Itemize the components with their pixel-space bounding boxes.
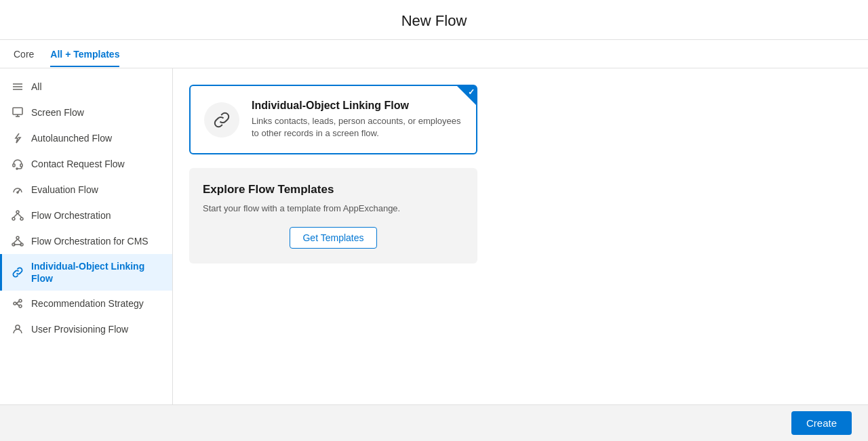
svg-line-19 bbox=[14, 239, 18, 243]
svg-line-20 bbox=[18, 239, 22, 243]
page-header: New Flow bbox=[0, 0, 868, 40]
content-area: ✓ Individual-Object Linking Flow Links c… bbox=[173, 68, 868, 404]
svg-rect-6 bbox=[13, 164, 15, 167]
rec-icon bbox=[11, 297, 24, 310]
svg-point-8 bbox=[16, 168, 18, 169]
explore-templates-card: Explore Flow Templates Start your flow w… bbox=[189, 168, 477, 264]
svg-point-27 bbox=[16, 325, 20, 329]
nodes-icon bbox=[11, 209, 24, 222]
get-templates-button[interactable]: Get Templates bbox=[290, 227, 376, 249]
user-icon bbox=[11, 322, 24, 336]
svg-point-23 bbox=[19, 299, 22, 302]
headset-icon bbox=[11, 157, 24, 171]
svg-point-11 bbox=[16, 211, 19, 213]
nodes-cms-icon bbox=[11, 234, 24, 248]
monitor-icon bbox=[11, 106, 24, 119]
explore-description: Start your flow with a template from App… bbox=[203, 203, 464, 213]
lightning-icon bbox=[11, 131, 24, 145]
sidebar-item-flow-orchestration-label: Flow Orchestration bbox=[31, 209, 111, 222]
sidebar-item-screen-flow[interactable]: Screen Flow bbox=[0, 100, 172, 125]
sidebar-item-flow-orchestration-cms-label: Flow Orchestration for CMS bbox=[31, 235, 149, 247]
sidebar: All Screen Flow Autolaunched Flow bbox=[0, 68, 173, 404]
svg-point-12 bbox=[12, 217, 15, 220]
sidebar-item-evaluation-label: Evaluation Flow bbox=[31, 184, 98, 196]
create-button[interactable]: Create bbox=[791, 411, 852, 435]
sidebar-item-evaluation-flow[interactable]: Evaluation Flow bbox=[0, 177, 172, 203]
dial-icon bbox=[11, 183, 24, 196]
svg-point-10 bbox=[17, 192, 18, 193]
explore-title: Explore Flow Templates bbox=[203, 183, 464, 196]
tab-core[interactable]: Core bbox=[14, 42, 34, 66]
tab-bar: Core All + Templates bbox=[0, 40, 868, 68]
sidebar-item-screen-flow-label: Screen Flow bbox=[31, 106, 84, 119]
sidebar-item-autolaunched-label: Autolaunched Flow bbox=[31, 132, 112, 144]
card-icon-container bbox=[204, 102, 239, 138]
svg-point-22 bbox=[14, 302, 16, 305]
sidebar-item-contact-request-label: Contact Request Flow bbox=[31, 158, 125, 170]
svg-point-16 bbox=[16, 236, 19, 239]
sidebar-item-contact-request-flow[interactable]: Contact Request Flow bbox=[0, 151, 172, 177]
sidebar-item-user-provisioning-flow[interactable]: User Provisioning Flow bbox=[0, 316, 172, 342]
main-layout: All Screen Flow Autolaunched Flow bbox=[0, 68, 868, 404]
sidebar-item-individual-object-linking-flow[interactable]: Individual-Object Linking Flow bbox=[0, 254, 172, 291]
card-description: Links contacts, leads, person accounts, … bbox=[252, 115, 462, 140]
svg-line-14 bbox=[14, 213, 18, 217]
sidebar-item-recommendation-strategy-label: Recommendation Strategy bbox=[31, 297, 144, 310]
footer: Create bbox=[0, 404, 868, 441]
svg-rect-7 bbox=[20, 164, 22, 167]
sidebar-item-all-label: All bbox=[31, 81, 42, 93]
tab-all-templates[interactable]: All + Templates bbox=[50, 42, 119, 66]
svg-point-24 bbox=[19, 305, 22, 308]
svg-point-13 bbox=[20, 217, 23, 220]
checkmark-icon: ✓ bbox=[468, 87, 475, 97]
sidebar-item-all[interactable]: All bbox=[0, 74, 172, 100]
lines-icon bbox=[11, 80, 24, 93]
sidebar-item-autolaunched-flow[interactable]: Autolaunched Flow bbox=[0, 125, 172, 151]
selected-flow-card[interactable]: ✓ Individual-Object Linking Flow Links c… bbox=[189, 85, 477, 154]
sidebar-item-recommendation-strategy[interactable]: Recommendation Strategy bbox=[0, 291, 172, 316]
link-icon bbox=[11, 266, 24, 279]
svg-line-15 bbox=[18, 213, 22, 217]
card-link-icon bbox=[212, 110, 231, 129]
card-text-block: Individual-Object Linking Flow Links con… bbox=[252, 100, 462, 140]
sidebar-item-individual-object-label: Individual-Object Linking Flow bbox=[31, 260, 161, 285]
svg-rect-3 bbox=[13, 108, 22, 114]
svg-line-26 bbox=[16, 303, 19, 306]
page-title: New Flow bbox=[0, 12, 868, 30]
sidebar-item-user-provisioning-label: User Provisioning Flow bbox=[31, 323, 128, 335]
sidebar-item-flow-orchestration[interactable]: Flow Orchestration bbox=[0, 203, 172, 228]
card-title: Individual-Object Linking Flow bbox=[252, 100, 462, 112]
sidebar-item-flow-orchestration-cms[interactable]: Flow Orchestration for CMS bbox=[0, 228, 172, 254]
